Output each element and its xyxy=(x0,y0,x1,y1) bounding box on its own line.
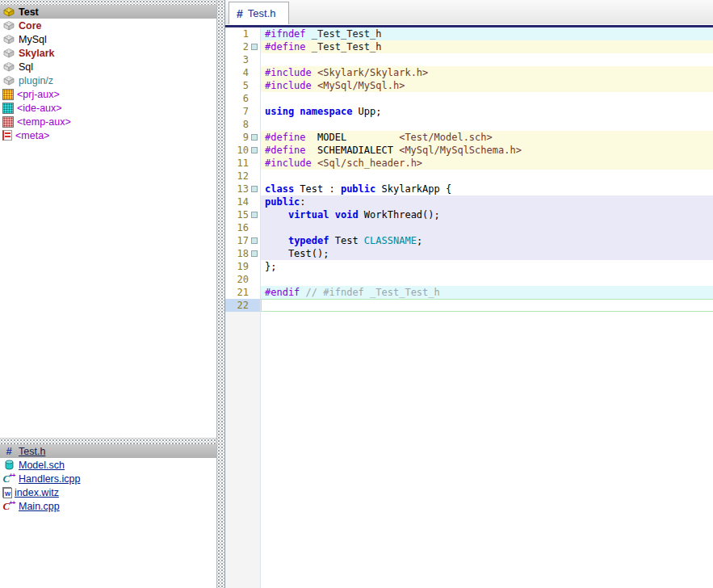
code-line[interactable]: 7using namespace Upp; xyxy=(225,105,713,118)
code-line-text[interactable]: typedef Test CLASSNAME; xyxy=(261,234,713,247)
fold-marker-icon[interactable] xyxy=(251,250,258,257)
code-line[interactable]: 8 xyxy=(225,118,713,131)
file-list[interactable]: #Test.hModel.schC++Handlers.icppwindex.w… xyxy=(0,444,216,588)
gutter-cell[interactable]: 1 xyxy=(225,27,261,40)
file-item-test-h[interactable]: #Test.h xyxy=(0,444,216,458)
code-line-text[interactable]: Test(); xyxy=(261,247,713,260)
code-line-text[interactable]: virtual void WorkThread(); xyxy=(261,208,713,221)
package-item-prj-aux[interactable]: <prj-aux> xyxy=(0,87,216,101)
code-line[interactable]: 17 typedef Test CLASSNAME; xyxy=(225,234,713,247)
code-line[interactable]: 5#include <MySql/MySql.h> xyxy=(225,79,713,92)
gutter-cell[interactable]: 3 xyxy=(225,53,261,66)
code-line-text[interactable]: #include <Sql/sch_header.h> xyxy=(261,157,713,170)
code-line-text[interactable]: #ifndef _Test_Test_h xyxy=(261,27,713,40)
code-line-text[interactable] xyxy=(261,92,713,105)
gutter-cell[interactable]: 9 xyxy=(225,131,261,144)
gutter-cell[interactable]: 22 xyxy=(225,299,261,312)
package-item-meta[interactable]: <meta> xyxy=(0,128,216,142)
code-line[interactable]: 4#include <Skylark/Skylark.h> xyxy=(225,66,713,79)
gutter-cell[interactable]: 5 xyxy=(225,79,261,92)
gutter-cell[interactable]: 7 xyxy=(225,105,261,118)
package-item-temp-aux[interactable]: <temp-aux> xyxy=(0,115,216,128)
fold-marker-icon[interactable] xyxy=(251,186,258,192)
gutter-cell[interactable]: 18 xyxy=(225,247,261,260)
file-item-main-cpp[interactable]: C++Main.cpp xyxy=(0,499,216,513)
code-line-text[interactable]: #endif // #ifndef _Test_Test_h xyxy=(261,286,713,299)
code-line[interactable]: 15 virtual void WorkThread(); xyxy=(225,208,713,221)
file-item-model-sch[interactable]: Model.sch xyxy=(0,458,216,472)
code-line-text[interactable] xyxy=(261,170,713,183)
file-item-index-witz[interactable]: windex.witz xyxy=(0,485,216,499)
code-line-text[interactable] xyxy=(261,221,713,234)
gutter-cell[interactable]: 17 xyxy=(225,234,261,247)
package-item-core[interactable]: Core xyxy=(0,19,216,32)
gutter-cell[interactable]: 10 xyxy=(225,144,261,157)
code-line-text[interactable] xyxy=(261,299,713,312)
package-item-test[interactable]: Test xyxy=(0,5,216,19)
package-item-sql[interactable]: Sql xyxy=(0,60,216,74)
code-line-text[interactable]: }; xyxy=(261,260,713,273)
code-token xyxy=(265,209,288,220)
code-line[interactable]: 13class Test : public SkylarkApp { xyxy=(225,183,713,195)
package-item-ide-aux[interactable]: <ide-aux> xyxy=(0,101,216,115)
code-token: #ifndef xyxy=(265,28,306,40)
code-line-text[interactable]: class Test : public SkylarkApp { xyxy=(261,183,713,195)
code-line[interactable]: 12 xyxy=(225,170,713,183)
code-line[interactable]: 9#define MODEL <Test/Model.sch> xyxy=(225,131,713,144)
gutter-cell[interactable]: 21 xyxy=(225,286,261,299)
gutter-cell[interactable]: 12 xyxy=(225,170,261,183)
gutter-cell[interactable]: 14 xyxy=(225,195,261,208)
package-item-mysql[interactable]: MySql xyxy=(0,32,216,46)
gutter-cell[interactable]: 2 xyxy=(225,40,261,53)
code-line[interactable]: 10#define SCHEMADIALECT <MySql/MySqlSche… xyxy=(225,144,713,157)
code-line[interactable]: 6 xyxy=(225,92,713,105)
code-line[interactable]: 2#define _Test_Test_h xyxy=(225,40,713,53)
code-line-text[interactable] xyxy=(261,118,713,131)
code-line[interactable]: 22 xyxy=(225,299,713,312)
code-line[interactable]: 19}; xyxy=(225,260,713,273)
code-line-text[interactable]: #include <Skylark/Skylark.h> xyxy=(261,66,713,79)
code-line[interactable]: 1#ifndef _Test_Test_h xyxy=(225,27,713,40)
gutter-cell[interactable]: 15 xyxy=(225,208,261,221)
code-line-text[interactable] xyxy=(261,53,713,66)
splitter-grip-middle[interactable] xyxy=(0,439,216,444)
code-line[interactable]: 16 xyxy=(225,221,713,234)
code-line-text[interactable] xyxy=(261,273,713,286)
code-empty-text[interactable] xyxy=(261,312,713,588)
package-list[interactable]: TestCoreMySqlSkylarkSqlplugin/z<prj-aux>… xyxy=(0,5,216,439)
code-line-text[interactable]: using namespace Upp; xyxy=(261,105,713,118)
gutter-cell[interactable]: 13 xyxy=(225,183,261,195)
gutter-cell[interactable]: 16 xyxy=(225,221,261,234)
file-item-label: Test.h xyxy=(19,446,45,457)
gutter-cell[interactable]: 4 xyxy=(225,66,261,79)
gutter-cell[interactable]: 20 xyxy=(225,273,261,286)
code-line[interactable]: 18 Test(); xyxy=(225,247,713,260)
code-editor[interactable]: 1#ifndef _Test_Test_h2#define _Test_Test… xyxy=(225,27,713,588)
fold-marker-icon[interactable] xyxy=(251,212,258,218)
gutter-cell[interactable]: 8 xyxy=(225,118,261,131)
code-line-text[interactable]: #include <MySql/MySql.h> xyxy=(261,79,713,92)
code-line-text[interactable]: #define SCHEMADIALECT <MySql/MySqlSchema… xyxy=(261,144,713,157)
code-line-text[interactable]: public: xyxy=(261,195,713,208)
package-item-plugin-z[interactable]: plugin/z xyxy=(0,74,216,87)
tab-test-h[interactable]: # Test.h xyxy=(229,2,289,24)
fold-marker-icon[interactable] xyxy=(251,237,258,244)
gutter-cell[interactable]: 6 xyxy=(225,92,261,105)
vertical-splitter[interactable] xyxy=(216,0,224,588)
code-line[interactable]: 21#endif // #ifndef _Test_Test_h xyxy=(225,286,713,299)
code-line[interactable]: 20 xyxy=(225,273,713,286)
code-line[interactable]: 14public: xyxy=(225,195,713,208)
package-item-skylark[interactable]: Skylark xyxy=(0,46,216,60)
gutter-cell[interactable]: 19 xyxy=(225,260,261,273)
code-line-text[interactable]: #define MODEL <Test/Model.sch> xyxy=(261,131,713,144)
code-empty-area[interactable] xyxy=(225,312,713,588)
fold-marker-icon[interactable] xyxy=(251,147,258,153)
code-line-text[interactable]: #define _Test_Test_h xyxy=(261,40,713,53)
gutter-cell[interactable]: 11 xyxy=(225,157,261,170)
fold-marker-icon[interactable] xyxy=(251,134,258,141)
file-item-handlers-icpp[interactable]: C++Handlers.icpp xyxy=(0,472,216,485)
code-line[interactable]: 3 xyxy=(225,53,713,66)
fold-marker-icon[interactable] xyxy=(251,44,258,50)
code-line[interactable]: 11#include <Sql/sch_header.h> xyxy=(225,157,713,170)
code-token: <MySql/MySqlSchema.h> xyxy=(399,145,522,156)
